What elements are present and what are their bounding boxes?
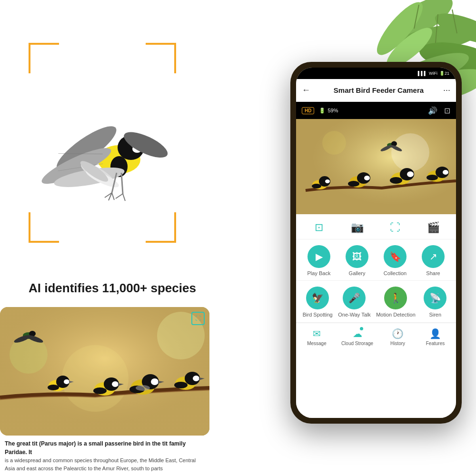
bird-spotting-label: Bird Spotting	[303, 311, 333, 318]
svg-point-79	[348, 181, 359, 187]
video-feed-area	[296, 119, 456, 214]
species-description: is a widespread and common species throu…	[5, 456, 205, 472]
status-bar: ▌▌▌ WiFi 🔋21	[296, 68, 456, 79]
gallery-icon: 🖼	[346, 245, 368, 268]
motion-detection-label: Motion Detection	[376, 311, 416, 318]
svg-point-46	[48, 385, 59, 390]
svg-point-45	[64, 379, 69, 384]
svg-point-62	[174, 382, 188, 388]
controls-section: ⊡ 📷 ⛶ 🎬 ▶ Play Back 🖼 Gallery 🔖 Collecti…	[296, 214, 456, 418]
gallery-button[interactable]: 🖼 Gallery	[343, 245, 371, 277]
svg-point-55	[151, 378, 159, 385]
one-way-talk-button[interactable]: 🎤 One-Way Talk	[338, 287, 370, 318]
message-label: Message	[307, 341, 327, 346]
fullscreen-icon[interactable]: ⊡	[444, 106, 450, 115]
history-label: History	[390, 341, 405, 346]
battery-percent: 59%	[327, 108, 338, 113]
features-label: Features	[426, 341, 445, 346]
fullscreen-expand-icon[interactable]: ⛶	[381, 219, 409, 236]
features-nav[interactable]: 👤 Features	[422, 328, 448, 346]
video-feed	[296, 119, 456, 214]
phone-mockup: ▌▌▌ WiFi 🔋21 ← Smart Bird Feeder Camera …	[290, 62, 462, 424]
app-header: ← Smart Bird Feeder Camera ···	[296, 79, 456, 102]
bottom-bird-photo: ⛶	[0, 307, 209, 436]
ai-species-text: AI identifies 11,000+ species	[29, 281, 196, 296]
app-title: Smart Bird Feeder Camera	[314, 86, 443, 94]
cloud-storage-nav[interactable]: ☁ Cloud Strorage	[341, 328, 373, 346]
wifi-icon: WiFi	[429, 71, 437, 76]
history-nav[interactable]: 🕐 History	[385, 328, 411, 346]
svg-point-87	[426, 175, 438, 180]
svg-point-50	[112, 381, 119, 387]
signal-icon: ▌▌▌	[418, 71, 427, 76]
battery-status: 🔋21	[439, 71, 449, 76]
top-icon-row: ⊡ 📷 ⛶ 🎬	[296, 214, 456, 239]
bottom-nav: ✉ Message ☁ Cloud Strorage 🕐 History 👤 F…	[296, 323, 456, 352]
svg-line-33	[123, 194, 125, 201]
gallery-label: Gallery	[349, 270, 366, 277]
species-description-area: The great tit (Parus major) is a small p…	[0, 436, 209, 476]
playback-icon: ▶	[307, 245, 330, 268]
svg-point-51	[93, 387, 107, 394]
more-button[interactable]: ···	[443, 85, 450, 95]
history-icon: 🕐	[392, 328, 404, 339]
phone-screen: ▌▌▌ WiFi 🔋21 ← Smart Bird Feeder Camera …	[296, 68, 456, 418]
svg-point-61	[193, 376, 199, 381]
share-icon: ↗	[422, 245, 445, 268]
secondary-controls-row: 🦅 Bird Spotting 🎤 One-Way Talk 🚶 Motion …	[296, 281, 456, 322]
svg-point-58	[136, 385, 150, 391]
features-icon: 👤	[429, 328, 441, 339]
message-nav[interactable]: ✉ Message	[304, 328, 330, 346]
svg-line-32	[116, 194, 123, 198]
battery-icon: 🔋	[319, 108, 326, 114]
scan-frame-icon[interactable]: ⊡	[305, 219, 333, 236]
svg-point-67	[322, 131, 346, 155]
collection-button[interactable]: 🔖 Collection	[381, 245, 409, 277]
battery-info: 🔋 59%	[319, 108, 338, 114]
svg-rect-65	[296, 119, 456, 214]
playback-button[interactable]: ▶ Play Back	[305, 245, 333, 277]
camera-snap-icon[interactable]: 📷	[343, 219, 371, 236]
svg-point-82	[407, 171, 414, 177]
motion-detection-button[interactable]: 🚶 Motion Detection	[376, 287, 416, 318]
message-icon: ✉	[313, 328, 321, 339]
svg-point-75	[312, 184, 321, 188]
main-controls-row: ▶ Play Back 🖼 Gallery 🔖 Collection ↗ Sha…	[296, 239, 456, 281]
share-button[interactable]: ↗ Share	[419, 245, 447, 277]
siren-button[interactable]: 📡 Siren	[421, 287, 449, 318]
collection-icon: 🔖	[384, 245, 407, 268]
bird-spotting-button[interactable]: 🦅 Bird Spotting	[303, 287, 333, 318]
svg-line-30	[112, 193, 114, 200]
playback-label: Play Back	[307, 270, 331, 277]
back-button[interactable]: ←	[302, 85, 310, 95]
bird-spotting-icon: 🦅	[306, 287, 329, 309]
svg-point-38	[62, 345, 129, 412]
species-title: The great tit (Parus major) is a small p…	[5, 439, 205, 456]
expand-icon[interactable]: ⛶	[191, 312, 205, 325]
one-way-talk-icon: 🎤	[343, 287, 366, 309]
svg-point-86	[443, 170, 448, 175]
svg-point-83	[390, 177, 402, 184]
svg-point-66	[391, 133, 429, 171]
siren-icon: 📡	[424, 287, 446, 309]
record-video-icon[interactable]: 🎬	[419, 219, 447, 236]
motion-detection-icon: 🚶	[384, 287, 407, 309]
hd-badge: HD	[302, 107, 314, 114]
bird-flying-image	[38, 45, 200, 274]
one-way-talk-label: One-Way Talk	[338, 311, 370, 318]
cloud-storage-label: Cloud Strorage	[341, 341, 373, 346]
video-toolbar: HD 🔋 59% 🔊 ⊡	[296, 102, 456, 119]
collection-label: Collection	[384, 270, 407, 277]
share-label: Share	[426, 270, 440, 277]
volume-icon[interactable]: 🔊	[428, 106, 437, 115]
svg-point-74	[325, 179, 330, 183]
svg-point-78	[364, 176, 370, 180]
cloud-icon: ☁	[353, 328, 362, 339]
siren-label: Siren	[429, 311, 441, 318]
